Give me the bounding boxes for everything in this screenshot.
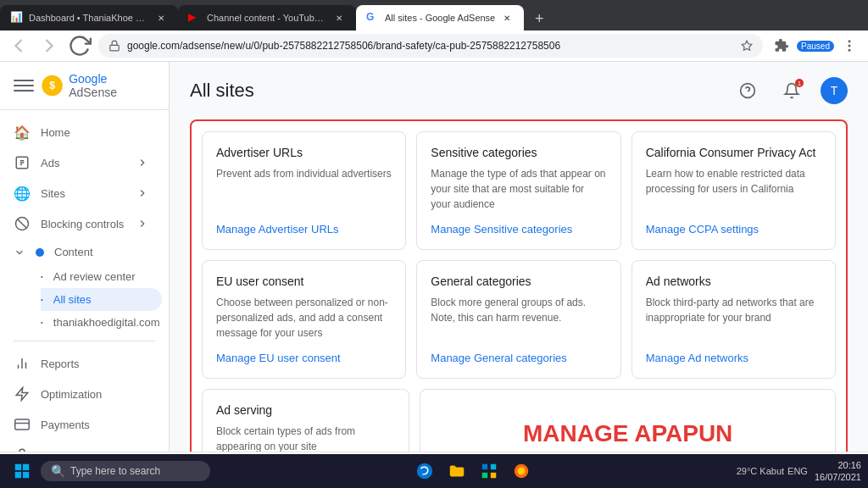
reports-icon <box>14 355 31 372</box>
sidebar-item-reports-label: Reports <box>41 358 148 370</box>
tab-3[interactable]: G All sites - Google AdSense ✕ <box>356 5 524 30</box>
card-advertiser-urls-title: Advertiser URLs <box>216 146 392 159</box>
svg-rect-17 <box>15 419 30 430</box>
lang-text: ENG <box>787 466 808 476</box>
tab-3-close[interactable]: ✕ <box>500 11 514 25</box>
sidebar-item-home[interactable]: 🏠 Home <box>0 117 162 147</box>
sidebar-item-home-label: Home <box>41 126 148 139</box>
sidebar-item-account[interactable]: Account <box>0 440 162 452</box>
edge-icon <box>415 462 434 480</box>
svg-text:$: $ <box>49 80 55 92</box>
sidebar-item-ad-review[interactable]: Ad review center <box>41 265 162 288</box>
svg-rect-22 <box>15 464 21 470</box>
tab-2-close[interactable]: ✕ <box>332 11 346 25</box>
hamburger-button[interactable] <box>14 75 34 96</box>
sidebar-item-reports[interactable]: Reports <box>0 348 162 379</box>
logo-text: Google AdSense <box>69 72 155 99</box>
sidebar-item-blocking[interactable]: Blocking controls <box>0 208 162 239</box>
card-ad-serving-title: Ad serving <box>216 403 395 417</box>
sidebar-item-all-sites-label: All sites <box>53 293 92 306</box>
sidebar-item-sites[interactable]: 🌐 Sites <box>0 178 162 208</box>
sidebar-item-payments-label: Payments <box>41 419 148 431</box>
taskbar-right: 29°C Kabut ENG 20:16 16/07/2021 <box>737 459 861 484</box>
manage-advertiser-urls-link[interactable]: Manage Advertiser URLs <box>216 223 392 236</box>
weather-text: 29°C Kabut <box>737 466 784 476</box>
start-button[interactable] <box>7 456 37 486</box>
home-icon: 🏠 <box>14 124 31 141</box>
svg-marker-16 <box>16 388 28 401</box>
sidebar-item-optimization[interactable]: Optimization <box>0 379 162 409</box>
star-icon[interactable] <box>741 40 753 52</box>
adsense-logo-icon: $ <box>41 74 64 97</box>
manage-sensitive-categories-link[interactable]: Manage Sensitive categories <box>431 223 606 236</box>
ads-icon <box>14 154 31 171</box>
optimization-icon <box>14 385 31 402</box>
content-dot-icon <box>36 248 44 257</box>
back-button[interactable] <box>7 34 31 58</box>
card-ad-networks: Ad networks Block third-party ad network… <box>632 260 836 379</box>
cards-container: Advertiser URLs Prevent ads from individ… <box>190 119 848 452</box>
forward-button[interactable] <box>37 34 61 58</box>
manage-general-categories-link[interactable]: Manage General categories <box>431 352 606 364</box>
taskbar-search-placeholder: Type here to search <box>70 465 160 477</box>
taskbar-store-icon[interactable] <box>474 456 504 486</box>
tab-1[interactable]: 📊 Dashboard • ThaniaKhoe Digital ✕ <box>0 5 178 30</box>
blocking-expand-icon <box>136 218 148 230</box>
taskbar-clock: 20:16 16/07/2021 <box>815 459 861 484</box>
firefox-icon <box>512 462 531 480</box>
url-text: google.com/adsense/new/u/0/pub-257588221… <box>127 40 734 52</box>
taskbar-folder-icon[interactable] <box>442 456 472 486</box>
taskbar-time-display: 20:16 <box>815 459 861 471</box>
more-button[interactable] <box>837 34 861 58</box>
address-bar[interactable]: google.com/adsense/new/u/0/pub-257588221… <box>98 34 763 58</box>
extension-badge[interactable]: Paused <box>797 41 834 52</box>
sidebar-item-blocking-label: Blocking controls <box>41 218 126 230</box>
svg-rect-28 <box>491 464 496 469</box>
card-eu-consent-title: EU user consent <box>216 274 392 288</box>
card-sensitive-categories: Sensitive categories Manage the type of … <box>416 131 620 250</box>
store-icon <box>480 462 498 480</box>
svg-point-4 <box>849 49 851 52</box>
manage-eu-consent-link[interactable]: Manage EU user consent <box>216 352 392 364</box>
svg-rect-30 <box>491 473 496 478</box>
sidebar-item-payments[interactable]: Payments <box>0 409 162 440</box>
card-sensitive-categories-title: Sensitive categories <box>431 146 606 159</box>
extensions-button[interactable] <box>770 34 793 58</box>
sidebar-item-ads[interactable]: Ads <box>0 147 162 178</box>
tab-1-close[interactable]: ✕ <box>154 11 168 25</box>
manage-ccpa-link[interactable]: Manage CCPA settings <box>646 223 821 236</box>
tab-2[interactable]: ▶ Channel content - YouTube Stu... ✕ <box>178 5 356 30</box>
card-ccpa-title: California Consumer Privacy Act <box>646 146 821 159</box>
content-chevron-icon <box>14 247 25 258</box>
lock-icon <box>108 40 120 52</box>
tab-3-title: All sites - Google AdSense <box>385 13 495 23</box>
refresh-button[interactable] <box>68 34 92 58</box>
user-avatar[interactable]: T <box>821 77 848 104</box>
page-title: All sites <box>190 80 254 102</box>
svg-rect-27 <box>482 464 487 469</box>
svg-rect-0 <box>110 45 120 50</box>
taskbar-search[interactable]: 🔍 Type here to search <box>41 461 210 481</box>
manage-ad-networks-link[interactable]: Manage Ad networks <box>646 352 821 364</box>
taskbar-system-tray: 29°C Kabut ENG <box>737 466 808 476</box>
notification-badge: 1 <box>795 79 804 87</box>
address-icons <box>741 40 753 52</box>
taskbar-edge-icon[interactable] <box>409 456 440 486</box>
taskbar-firefox-icon[interactable] <box>506 456 537 486</box>
blocking-icon <box>14 215 31 232</box>
tab-1-title: Dashboard • ThaniaKhoe Digital <box>29 13 149 23</box>
sidebar-item-thania[interactable]: thaniakhoedigital.com <box>41 311 162 334</box>
sidebar: $ Google AdSense 🏠 Home Ads <box>0 62 170 452</box>
main-header: All sites 1 T <box>190 75 848 106</box>
help-button[interactable] <box>732 75 763 106</box>
overlay-line1: MANAGE APAPUN <box>494 419 762 448</box>
payments-icon <box>14 416 31 433</box>
taskbar-icons <box>409 456 537 486</box>
sidebar-logo: $ Google AdSense <box>41 72 155 99</box>
sidebar-item-optimization-label: Optimization <box>41 388 148 401</box>
sidebar-item-content[interactable]: Content <box>0 239 162 265</box>
notifications-button[interactable]: 1 <box>776 75 807 106</box>
sidebar-item-all-sites[interactable]: All sites <box>41 288 162 311</box>
new-tab-button[interactable]: + <box>527 7 551 30</box>
tab-2-title: Channel content - YouTube Stu... <box>207 13 327 23</box>
